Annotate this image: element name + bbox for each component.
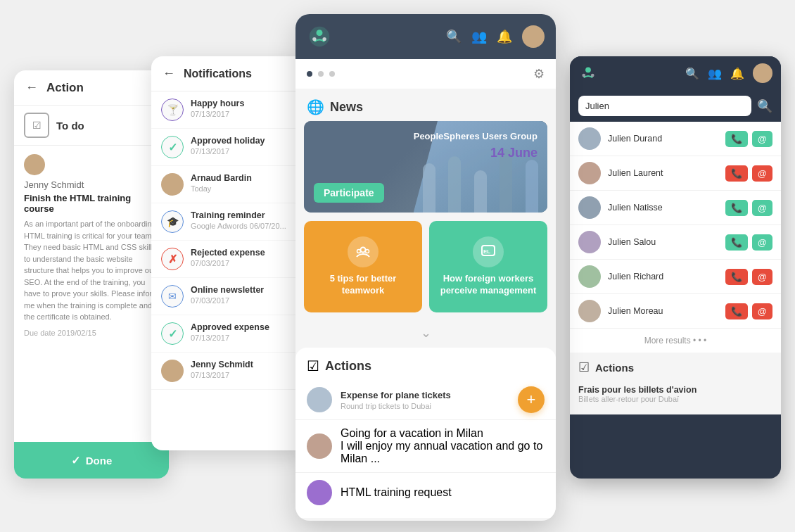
footer-action-title: Frais pour les billets d'avion	[578, 385, 772, 395]
action-item-expense: Expense for plane tickets Round trip tic…	[295, 380, 556, 420]
group-name: PeopleSpheres Users Group	[414, 131, 538, 143]
bell-icon[interactable]: 🔔	[497, 29, 512, 44]
search-bar: Julien 🔍	[570, 90, 781, 122]
settings-icon[interactable]: ⚙	[533, 66, 545, 82]
action-title: Action	[46, 81, 84, 95]
user-avatar[interactable]	[522, 25, 545, 48]
contact-buttons: 📞 @	[725, 131, 772, 147]
card-text: 5 tips for better teamwork	[312, 273, 414, 297]
contact-buttons: 📞 @	[725, 165, 772, 182]
contact-item: Julien Durand 📞 @	[570, 122, 781, 156]
notif-item-happy-hours[interactable]: 🍸 Happy hours 07/13/2017	[151, 91, 306, 129]
todo-section: ☑ To do	[14, 106, 169, 146]
notif-date: 07/13/2017	[191, 110, 244, 118]
user-avatar	[161, 360, 184, 382]
notif-date: 07/03/2017	[191, 259, 265, 267]
done-label: Done	[86, 455, 113, 467]
todo-icon: ☑	[24, 113, 49, 138]
news-icon: 🌐	[307, 99, 324, 115]
action-item-milan: Going for a vacation in Milan I will enj…	[295, 420, 556, 473]
email-button[interactable]: @	[752, 234, 772, 251]
dot-2[interactable]	[318, 71, 324, 77]
bell-icon[interactable]: 🔔	[730, 67, 744, 80]
contact-name: Julien Durand	[608, 134, 725, 144]
user-avatar[interactable]	[753, 63, 772, 83]
search-icon[interactable]: 🔍	[685, 67, 699, 80]
contact-buttons: 📞 @	[725, 234, 772, 251]
call-button[interactable]: 📞	[725, 269, 748, 285]
call-button[interactable]: 📞	[725, 131, 748, 147]
notif-title: Rejected expense	[191, 248, 265, 258]
news-card-teamwork[interactable]: 5 tips for better teamwork	[304, 221, 422, 312]
footer-action-item: Frais pour les billets d'avion Billets a…	[578, 381, 772, 407]
call-button[interactable]: 📞	[725, 200, 748, 216]
contact-avatar	[578, 265, 601, 288]
notif-item-approved-holiday[interactable]: ✓ Approved holiday 07/13/2017	[151, 129, 306, 166]
action-title: Expense for plane tickets	[341, 390, 451, 400]
notif-date: 07/03/2017	[191, 296, 264, 305]
dot-3[interactable]	[329, 71, 335, 77]
dots-nav: ⚙	[295, 59, 556, 89]
search-icon[interactable]: 🔍	[446, 29, 462, 44]
svg-point-3	[322, 37, 326, 41]
email-button[interactable]: @	[752, 165, 772, 182]
search-input[interactable]: Julien	[578, 96, 751, 116]
contact-avatar	[578, 300, 601, 322]
people-icon[interactable]: 👥	[708, 67, 722, 80]
email-button[interactable]: @	[752, 269, 772, 285]
notif-item-approved-expense[interactable]: ✓ Approved expense 07/13/2017	[151, 315, 306, 353]
notif-back-arrow[interactable]: ←	[163, 66, 175, 81]
notif-item-training[interactable]: 🎓 Training reminder Google Adwords 06/07…	[151, 203, 306, 241]
screen-notifications: ← Notifications 🍸 Happy hours 07/13/2017…	[151, 56, 306, 450]
task-avatar	[24, 154, 45, 175]
notif-content: Online newsletter 07/03/2017	[191, 285, 264, 305]
notifications-header: ← Notifications	[151, 56, 306, 91]
contact-item: Julien Laurent 📞 @	[570, 156, 781, 191]
news-title: News	[330, 100, 363, 115]
news-section-header: 🌐 News	[295, 89, 556, 121]
notif-content: Approved holiday 07/13/2017	[191, 136, 265, 156]
check-icon: ✓	[71, 454, 80, 467]
notif-content: Arnaud Bardin Today	[191, 173, 252, 193]
notif-date: 07/13/2017	[191, 371, 253, 379]
back-arrow-icon[interactable]: ←	[25, 80, 38, 95]
done-button[interactable]: ✓ Done	[14, 442, 169, 479]
notif-content: Happy hours 07/13/2017	[191, 99, 244, 118]
notif-item-newsletter[interactable]: ✉ Online newsletter 07/03/2017	[151, 278, 306, 315]
notif-title: Happy hours	[191, 99, 244, 108]
news-card-management[interactable]: EL How foreign workers perceive manageme…	[429, 221, 547, 312]
action-content: Going for a vacation in Milan I will enj…	[341, 427, 545, 465]
add-button[interactable]: +	[518, 386, 545, 413]
notif-item-rejected[interactable]: ✗ Rejected expense 07/03/2017	[151, 241, 306, 278]
email-button[interactable]: @	[752, 200, 772, 216]
contact-name: Julien Salou	[608, 237, 725, 247]
dot-1[interactable]	[307, 71, 312, 77]
svg-point-9	[585, 67, 591, 72]
actions-title: Actions	[325, 359, 371, 374]
email-button[interactable]: @	[752, 131, 772, 147]
contact-buttons: 📞 @	[725, 303, 772, 319]
call-button[interactable]: 📞	[725, 165, 748, 182]
news-cards: 5 tips for better teamwork EL How foreig…	[304, 221, 547, 312]
contact-item: Julien Salou 📞 @	[570, 225, 781, 260]
search-submit-icon[interactable]: 🔍	[757, 99, 772, 114]
right-actions-footer: ☑ Actions Frais pour les billets d'avion…	[570, 353, 781, 414]
notif-title: Approved holiday	[191, 136, 265, 146]
app-logo	[307, 24, 332, 49]
actions-footer-icon: ☑	[578, 360, 590, 375]
participate-button[interactable]: Participate	[314, 183, 384, 203]
call-button[interactable]: 📞	[725, 234, 748, 251]
notif-content: Jenny Schmidt 07/13/2017	[191, 360, 253, 379]
people-icon[interactable]: 👥	[471, 29, 487, 44]
chevron-down-icon: ⌄	[421, 325, 431, 341]
notif-item-jenny[interactable]: Jenny Schmidt 07/13/2017	[151, 353, 306, 390]
more-results[interactable]: More results • • •	[570, 329, 781, 353]
email-button[interactable]: @	[752, 303, 772, 319]
news-banner[interactable]: Participate PeopleSpheres Users Group 14…	[304, 121, 547, 213]
actions-header: ☑ Actions	[295, 348, 556, 380]
notif-title: Training reminder	[191, 210, 286, 220]
contact-item: Julien Natisse 📞 @	[570, 191, 781, 225]
svg-point-1	[317, 30, 323, 36]
notif-item-arnaud[interactable]: Arnaud Bardin Today	[151, 166, 306, 203]
call-button[interactable]: 📞	[725, 303, 748, 319]
